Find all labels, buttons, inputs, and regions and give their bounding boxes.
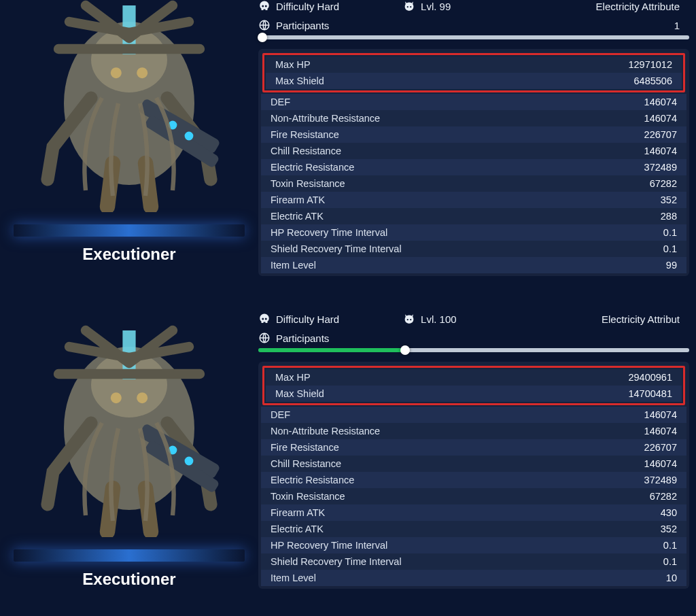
stat-value: 10 <box>666 572 677 583</box>
stat-value: 146074 <box>644 113 677 124</box>
stat-row: Chill Resistance146074 <box>261 143 686 159</box>
portrait-column: Executioner <box>0 15 258 276</box>
highlight-box: Max HP29400961Max Shield14700481 <box>262 366 685 405</box>
stat-row: Max Shield6485506 <box>266 73 682 89</box>
stat-value: 0.1 <box>663 227 677 238</box>
skull-icon <box>258 0 271 12</box>
stat-row: Max HP29400961 <box>266 369 682 386</box>
stat-label: Max Shield <box>275 388 324 399</box>
stat-label: Non-Attribute Resistance <box>271 426 380 437</box>
stat-label: Max HP <box>275 59 311 70</box>
participants-slider[interactable] <box>258 348 689 352</box>
stat-label: Electric Resistance <box>271 162 354 173</box>
stat-row: Shield Recovery Time Interval0.1 <box>261 241 686 257</box>
stat-value: 226707 <box>644 129 677 140</box>
attribute: Electricity Attribute <box>596 1 680 12</box>
participants-row: Participants <box>258 332 689 344</box>
stats-box: Max HP12971012Max Shield6485506 DEF14607… <box>258 49 689 276</box>
monster-title: Executioner <box>82 245 175 264</box>
stat-label: HP Recovery Time Interval <box>271 227 387 238</box>
stat-label: Chill Resistance <box>271 458 341 469</box>
stat-label: Toxin Resistance <box>271 178 345 189</box>
stat-value: 352 <box>661 194 677 205</box>
stat-label: Electric Resistance <box>271 475 354 485</box>
stat-row: Item Level10 <box>261 570 686 586</box>
attribute-label: Electricity Attribute <box>596 1 680 12</box>
stat-value: 0.1 <box>663 540 677 551</box>
stat-row: Chill Resistance146074 <box>261 456 686 472</box>
stat-value: 372489 <box>644 475 677 485</box>
difficulty-label: Difficulty Hard <box>276 313 339 325</box>
stat-value: 29400961 <box>628 372 672 383</box>
stat-value: 6485506 <box>634 75 672 86</box>
stat-value: 12971012 <box>628 59 672 70</box>
participants-slider[interactable] <box>258 35 689 39</box>
stat-value: 0.1 <box>663 556 677 567</box>
highlight-box: Max HP12971012Max Shield6485506 <box>262 53 685 92</box>
info-row: Difficulty Hard Lvl. 99 Electricity Attr… <box>258 0 689 12</box>
stat-value: 146074 <box>644 146 677 156</box>
monster-title: Executioner <box>82 570 175 589</box>
participants-row: Participants 1 <box>258 19 689 31</box>
attribute: Electricity Attribut <box>602 313 680 325</box>
difficulty: Difficulty Hard <box>258 313 339 325</box>
stat-label: DEF <box>271 409 290 420</box>
stat-value: 67282 <box>650 491 677 502</box>
stat-value: 352 <box>661 524 677 534</box>
stats-box: Max HP29400961Max Shield14700481 DEF1460… <box>258 362 689 589</box>
stat-row: Toxin Resistance67282 <box>261 488 686 504</box>
stat-value: 430 <box>661 507 677 518</box>
portrait-base-bar <box>14 549 245 562</box>
monster-portrait <box>14 313 245 544</box>
difficulty: Difficulty Hard <box>258 0 339 12</box>
level: Lvl. 99 <box>403 0 451 12</box>
stat-value: 226707 <box>644 442 677 453</box>
slider-thumb[interactable] <box>400 345 410 355</box>
slider-thumb[interactable] <box>258 33 267 42</box>
level-label: Lvl. 100 <box>421 313 457 325</box>
stat-label: Non-Attribute Resistance <box>271 113 380 124</box>
stat-value: 99 <box>666 260 677 271</box>
stats-column: Difficulty Hard Lvl. 100 Electricity Att… <box>258 313 696 589</box>
stat-value: 146074 <box>644 458 677 469</box>
stat-row: HP Recovery Time Interval0.1 <box>261 224 686 241</box>
stat-label: Max Shield <box>275 75 324 86</box>
stat-row: Fire Resistance226707 <box>261 126 686 143</box>
stat-label: Toxin Resistance <box>271 491 345 502</box>
info-row: Difficulty Hard Lvl. 100 Electricity Att… <box>258 313 689 325</box>
stat-value: 288 <box>661 211 677 222</box>
stat-row: Firearm ATK352 <box>261 192 686 208</box>
demon-icon <box>403 0 415 12</box>
stat-label: Electric ATK <box>271 524 324 534</box>
stat-label: DEF <box>271 97 290 107</box>
stat-label: Shield Recovery Time Interval <box>271 556 402 567</box>
stat-label: HP Recovery Time Interval <box>271 540 387 551</box>
monster-panel-bottom: Executioner Difficulty Hard Lvl. 100 Ele… <box>0 313 696 589</box>
demon-icon <box>403 313 415 325</box>
stat-row: Electric Resistance372489 <box>261 472 686 488</box>
stat-label: Electric ATK <box>271 211 324 222</box>
stat-label: Fire Resistance <box>271 442 339 453</box>
stat-row: Item Level99 <box>261 257 686 273</box>
stat-value: 146074 <box>644 409 677 420</box>
stat-row: Electric ATK288 <box>261 208 686 224</box>
stat-value: 146074 <box>644 97 677 107</box>
difficulty-label: Difficulty Hard <box>276 1 339 12</box>
stat-row: Firearm ATK430 <box>261 504 686 521</box>
portrait-column: Executioner <box>0 313 258 589</box>
stat-value: 372489 <box>644 162 677 173</box>
globe-icon <box>258 19 271 31</box>
stat-row: Non-Attribute Resistance146074 <box>261 423 686 439</box>
stat-label: Item Level <box>271 260 316 271</box>
stat-row: DEF146074 <box>261 407 686 423</box>
stat-value: 0.1 <box>663 243 677 254</box>
stat-value: 67282 <box>650 178 677 189</box>
stat-row: Non-Attribute Resistance146074 <box>261 110 686 126</box>
stat-label: Item Level <box>271 572 316 583</box>
stat-row: Electric Resistance372489 <box>261 159 686 175</box>
stat-row: Fire Resistance226707 <box>261 439 686 456</box>
stat-row: Shield Recovery Time Interval0.1 <box>261 553 686 570</box>
stat-label: Chill Resistance <box>271 146 341 156</box>
stat-row: Max Shield14700481 <box>266 386 682 402</box>
level: Lvl. 100 <box>403 313 457 325</box>
